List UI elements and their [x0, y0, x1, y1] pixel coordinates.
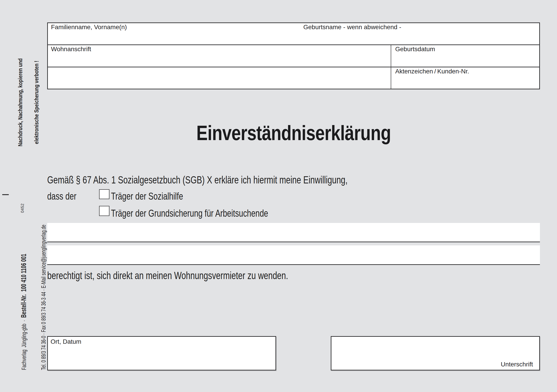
checkbox-traeger-sozialhilfe[interactable] — [99, 189, 109, 199]
personal-data-table: Familienname, Vorname(n) Geburtsname - w… — [47, 23, 540, 89]
option-grundsicherung-label: Träger der Grundsicherung für Arbeitsuch… — [111, 208, 268, 218]
consent-subject-prefix: dass der — [47, 191, 85, 201]
publisher-contact-line: Tel. 0 89/3 74 36-0 · Fax 0 89/3 74 36-3… — [41, 225, 47, 370]
consent-closing-text: berechtigt ist, sich direkt an meinen Wo… — [47, 270, 288, 281]
page-title: Einverständniserklärung — [196, 123, 391, 143]
form-code: 0452 — [20, 203, 25, 213]
geburtsdatum-label: Geburtsdatum — [395, 46, 435, 52]
order-number: Bestell-Nr. 100 410 1106 001 — [20, 254, 28, 318]
page-title-wrap: Einverständniserklärung — [47, 123, 540, 143]
fold-mark — [2, 194, 9, 195]
publisher-order-line: Fachverlag Jüngling-gbb · Bestell-Nr. 10… — [20, 225, 27, 370]
blank-line-1[interactable] — [47, 223, 540, 242]
field-unterschrift[interactable]: Unterschrift — [331, 336, 540, 370]
consent-closing-line: berechtigt ist, sich direkt an meinen Wo… — [47, 270, 360, 281]
geburtsname-label: Geburtsname - wenn abweichend - — [303, 24, 401, 30]
option-sozialhilfe-label: Träger der Sozialhilfe — [111, 191, 183, 201]
publisher-imprint: Fachverlag Jüngling-gbb · Bestell-Nr. 10… — [8, 225, 60, 370]
consent-intro-line: Gemäß § 67 Abs. 1 Sozialgesetzbuch (SGB)… — [47, 175, 437, 185]
option-grundsicherung: Träger der Grundsicherung für Arbeitsuch… — [111, 208, 315, 218]
option-sozialhilfe: Träger der Sozialhilfe — [111, 191, 205, 201]
copyright-notice-line1: Nachdruck, Nachahmung, kopieren und — [17, 58, 23, 146]
field-ort-datum[interactable]: Ort, Datum — [47, 336, 276, 370]
unterschrift-label: Unterschrift — [501, 361, 533, 368]
familienname-label: Familienname, Vorname(n) — [51, 24, 127, 30]
blank-line-2[interactable] — [47, 245, 540, 265]
field-wohnanschrift[interactable] — [48, 45, 391, 67]
publisher-name: Fachverlag Jüngling-gbb · — [21, 318, 27, 370]
checkbox-traeger-grundsicherung[interactable] — [99, 206, 109, 216]
copyright-notice-line2: elektronische Speicherung verboten ! — [34, 58, 39, 146]
consent-intro-text: Gemäß § 67 Abs. 1 Sozialgesetzbuch (SGB)… — [47, 175, 348, 185]
field-wohnanschrift-continued[interactable] — [48, 67, 391, 89]
copyright-notice: Nachdruck, Nachahmung, kopieren und elek… — [7, 58, 50, 146]
aktenzeichen-label: Aktenzeichen / Kunden-Nr. — [395, 68, 469, 74]
consent-subject-prefix-text: dass der — [47, 191, 76, 201]
wohnanschrift-label: Wohnanschrift — [51, 46, 91, 52]
consent-form-page: Familienname, Vorname(n) Geburtsname - w… — [0, 0, 557, 392]
